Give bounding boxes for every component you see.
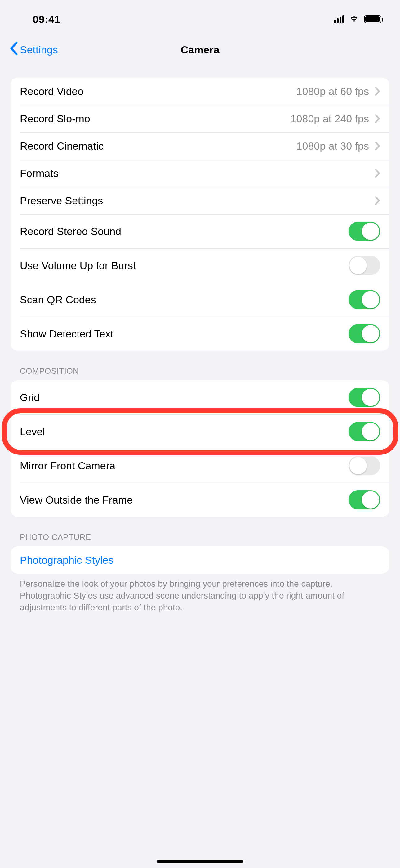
- row-label: Show Detected Text: [20, 328, 348, 340]
- toggle-mirror-front[interactable]: [348, 456, 380, 475]
- row-scan-qr: Scan QR Codes: [10, 282, 390, 317]
- row-label: Record Slo-mo: [20, 113, 291, 125]
- chevron-right-icon: [374, 114, 380, 123]
- toggle-volume-up-burst[interactable]: [348, 256, 380, 275]
- wifi-icon: [348, 12, 360, 26]
- row-detail: 1080p at 240 fps: [291, 113, 369, 125]
- chevron-right-icon: [374, 141, 380, 151]
- row-label: Mirror Front Camera: [20, 460, 348, 472]
- row-detail: 1080p at 60 fps: [296, 85, 369, 97]
- status-icons: [334, 8, 381, 26]
- row-label: Formats: [20, 167, 374, 180]
- page-title: Camera: [0, 44, 400, 56]
- row-grid: Grid: [10, 380, 390, 414]
- row-record-cinematic[interactable]: Record Cinematic 1080p at 30 fps: [10, 132, 390, 160]
- cellular-signal-icon: [334, 16, 344, 23]
- settings-group-photo-capture: Photographic Styles: [10, 547, 390, 574]
- battery-icon: [364, 15, 381, 23]
- back-label: Settings: [20, 44, 58, 56]
- status-bar: 09:41: [0, 0, 400, 34]
- row-formats[interactable]: Formats: [10, 160, 390, 187]
- row-record-video[interactable]: Record Video 1080p at 60 fps: [10, 78, 390, 105]
- row-label: Photographic Styles: [20, 554, 380, 566]
- row-volume-up-burst: Use Volume Up for Burst: [10, 248, 390, 282]
- chevron-right-icon: [374, 168, 380, 178]
- chevron-right-icon: [374, 87, 380, 96]
- chevron-left-icon: [9, 41, 18, 58]
- row-label: View Outside the Frame: [20, 494, 348, 506]
- row-label: Level: [20, 426, 348, 438]
- back-button[interactable]: Settings: [0, 41, 58, 58]
- row-record-stereo-sound: Record Stereo Sound: [10, 214, 390, 248]
- row-detail: 1080p at 30 fps: [296, 140, 369, 152]
- chevron-right-icon: [374, 196, 380, 205]
- toggle-record-stereo-sound[interactable]: [348, 222, 380, 241]
- toggle-scan-qr[interactable]: [348, 290, 380, 309]
- row-label: Grid: [20, 392, 348, 404]
- toggle-detected-text[interactable]: [348, 324, 380, 343]
- section-header-photo-capture: Photo Capture: [10, 517, 390, 547]
- row-label: Scan QR Codes: [20, 294, 348, 306]
- row-label: Record Video: [20, 85, 296, 97]
- row-label: Record Cinematic: [20, 140, 296, 152]
- row-view-outside-frame: View Outside the Frame: [10, 483, 390, 517]
- toggle-grid[interactable]: [348, 388, 380, 407]
- row-photographic-styles[interactable]: Photographic Styles: [10, 547, 390, 574]
- toggle-view-outside-frame[interactable]: [348, 490, 380, 509]
- row-label: Record Stereo Sound: [20, 225, 348, 238]
- home-indicator[interactable]: [157, 860, 243, 863]
- row-mirror-front: Mirror Front Camera: [10, 448, 390, 483]
- settings-group-main: Record Video 1080p at 60 fps Record Slo-…: [10, 78, 390, 351]
- row-label: Preserve Settings: [20, 195, 374, 207]
- section-header-composition: Composition: [10, 351, 390, 380]
- settings-group-composition: Grid Level Mirror Front Camera View Outs…: [10, 380, 390, 517]
- section-footer-photo-capture: Personalize the look of your photos by b…: [10, 574, 390, 613]
- row-record-slomo[interactable]: Record Slo-mo 1080p at 240 fps: [10, 105, 390, 132]
- row-label: Use Volume Up for Burst: [20, 259, 348, 272]
- row-detected-text: Show Detected Text: [10, 317, 390, 351]
- status-time: 09:41: [0, 9, 93, 26]
- row-level: Level: [10, 414, 390, 448]
- nav-bar: Settings Camera: [0, 34, 400, 65]
- toggle-level[interactable]: [348, 422, 380, 441]
- row-preserve-settings[interactable]: Preserve Settings: [10, 187, 390, 214]
